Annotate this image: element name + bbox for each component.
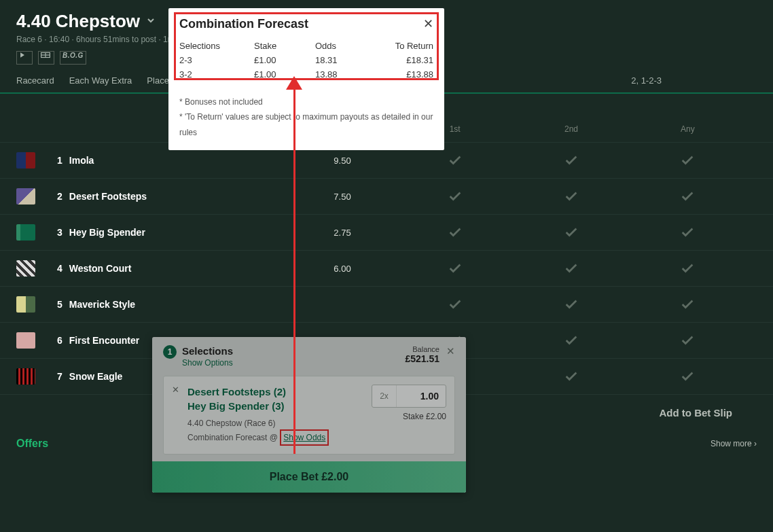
stake-total: Stake £2.00 (372, 412, 446, 421)
svg-marker-0 (20, 52, 24, 58)
runner-cell: 1Imola (57, 154, 288, 166)
guide-price: 9.50 (288, 156, 397, 166)
play-icon[interactable] (16, 51, 33, 65)
pick-any[interactable] (630, 369, 746, 384)
table-row: 2Desert Footsteps7.50 (0, 178, 773, 214)
runner-name: Imola (69, 155, 94, 166)
runner-name: Hey Big Spender (69, 227, 145, 238)
pick-1st[interactable] (397, 261, 513, 276)
runner-number: 7 (57, 371, 62, 382)
tab-racecard[interactable]: Racecard (16, 75, 54, 86)
selections-title: Selections (182, 345, 233, 357)
guide-price: 2.75 (288, 228, 397, 238)
pick-2nd[interactable] (513, 153, 629, 168)
runner-number: 2 (57, 191, 62, 202)
bet-runner-1: Desert Footsteps (2) (187, 385, 329, 399)
runner-number: 4 (57, 263, 62, 274)
col-2nd: 2nd (513, 124, 629, 134)
close-icon[interactable]: ✕ (446, 345, 455, 357)
show-options-link[interactable]: Show Options (182, 358, 233, 368)
balance-label: Balance (405, 345, 439, 353)
pick-2nd[interactable] (513, 225, 629, 240)
stake-multiplier: 2x (372, 385, 397, 407)
chevron-down-icon[interactable] (145, 15, 156, 29)
place-bet-button[interactable]: Place Bet £2.00 (152, 461, 466, 493)
remove-bet-icon[interactable]: ✕ (172, 385, 179, 446)
runner-number: 5 (57, 299, 62, 310)
pick-1st[interactable] (397, 189, 513, 204)
runner-cell: 3Hey Big Spender (57, 226, 288, 238)
runner-number: 1 (57, 155, 62, 166)
bet-meta-prefix: Combination Forecast @ (187, 433, 280, 442)
tab-eachway[interactable]: Each Way Extra (69, 75, 132, 86)
pick-2nd[interactable] (513, 369, 629, 384)
silks-icon (16, 332, 35, 349)
bog-badge: B.O.G (60, 51, 86, 65)
bet-meta-race: 4.40 Chepstow (Race 6) (187, 417, 329, 429)
popup-data-row: 3-2£1.0013.88£13.88 (179, 68, 433, 82)
popup-cell-stake: £1.00 (254, 68, 315, 82)
table-row: 5Maverick Style (0, 286, 773, 322)
pick-any[interactable] (630, 297, 746, 312)
silks-icon (16, 260, 35, 277)
show-more-link[interactable]: Show more › (711, 439, 757, 448)
popup-col-selections: Selections (179, 41, 254, 51)
pick-2nd[interactable] (513, 261, 629, 276)
pick-any[interactable] (630, 261, 746, 276)
betslip: 1 Selections Show Options Balance £521.5… (152, 337, 466, 493)
pick-2nd[interactable] (513, 333, 629, 348)
silks-icon (16, 152, 35, 169)
tab-123[interactable]: 2, 1-2-3 (631, 75, 662, 86)
popup-col-stake: Stake (254, 41, 315, 51)
popup-note-1: * Bonuses not included (179, 94, 433, 110)
popup-cell-odds: 13.88 (315, 68, 376, 82)
popup-col-odds: Odds (315, 41, 376, 51)
table-row: 4Weston Court6.00 (0, 250, 773, 286)
guide-price: 6.00 (288, 264, 397, 274)
popup-cell-sel: 2-3 (179, 54, 254, 68)
silks-icon (16, 296, 35, 313)
runner-number: 3 (57, 227, 62, 238)
close-icon[interactable]: ✕ (423, 16, 433, 31)
pick-2nd[interactable] (513, 189, 629, 204)
pick-any[interactable] (630, 225, 746, 240)
pick-1st[interactable] (397, 297, 513, 312)
runner-cell: 4Weston Court (57, 262, 288, 274)
stake-input[interactable]: 2x 1.00 (372, 385, 446, 408)
runner-number: 6 (57, 335, 62, 346)
pick-any[interactable] (630, 189, 746, 204)
show-odds-link[interactable]: Show Odds (280, 429, 329, 446)
popup-cell-odds: 18.31 (315, 54, 376, 68)
combination-forecast-popup: Combination Forecast ✕ Selections Stake … (168, 8, 444, 150)
runner-name: First Encounter (69, 335, 139, 346)
runner-name: Weston Court (69, 263, 132, 274)
annotation-arrow-line (293, 82, 295, 454)
popup-cell-return: £13.88 (376, 68, 433, 82)
guide-price: 7.50 (288, 192, 397, 202)
pick-2nd[interactable] (513, 297, 629, 312)
pick-1st[interactable] (397, 153, 513, 168)
silks-icon (16, 188, 35, 205)
pick-any[interactable] (630, 333, 746, 348)
popup-col-return: To Return (376, 41, 433, 51)
annotation-arrow-head (286, 76, 302, 90)
stake-value: 1.00 (397, 391, 446, 402)
runner-cell: 5Maverick Style (57, 298, 288, 311)
runner-name: Maverick Style (69, 299, 135, 310)
bet-runner-2: Hey Big Spender (3) (187, 399, 329, 413)
balance-value: £521.51 (405, 353, 439, 364)
popup-cell-stake: £1.00 (254, 54, 315, 68)
runner-name: Snow Eagle (69, 371, 123, 382)
pick-1st[interactable] (397, 225, 513, 240)
pick-any[interactable] (630, 153, 746, 168)
offers-label[interactable]: Offers (16, 438, 48, 450)
popup-title: Combination Forecast (179, 17, 308, 31)
selections-count-badge: 1 (163, 345, 177, 359)
popup-cell-sel: 3-2 (179, 68, 254, 82)
runner-cell: 2Desert Footsteps (57, 190, 288, 202)
col-any: Any (630, 124, 746, 134)
grid-icon[interactable] (38, 51, 54, 65)
add-to-slip-label: Add to Bet Slip (660, 407, 733, 419)
bet-item: ✕ Desert Footsteps (2) Hey Big Spender (… (163, 376, 455, 455)
popup-cell-return: £18.31 (376, 54, 433, 68)
